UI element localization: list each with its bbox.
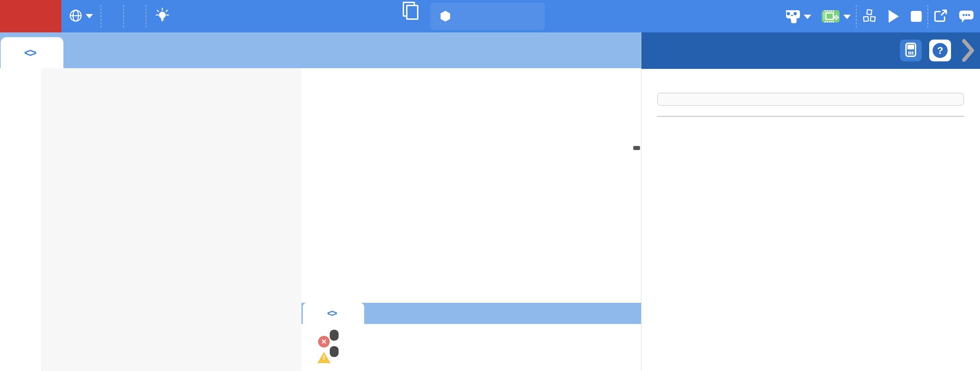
tab-errors[interactable]: <> <box>303 303 364 324</box>
toolbar-right-group <box>778 0 979 32</box>
question-mark-icon: ? <box>932 43 948 58</box>
command-signature <box>657 93 964 106</box>
chevron-down-icon <box>843 15 851 19</box>
stop-button[interactable] <box>905 6 928 27</box>
controller-icon <box>783 10 800 25</box>
brain-icon <box>821 9 840 25</box>
code-brackets-icon: <> <box>24 46 36 59</box>
errors-panel: <> ✕ ! <box>301 303 641 371</box>
category-sidebar <box>0 68 41 371</box>
toolbar-divider <box>100 5 101 28</box>
build-cubes-icon <box>862 8 877 25</box>
play-icon <box>888 9 900 25</box>
hexagon-icon <box>441 11 450 22</box>
build-button[interactable] <box>857 6 883 27</box>
tutorials-button[interactable] <box>146 8 178 25</box>
slot-icon <box>402 2 419 20</box>
code-tab-strip: <> <box>0 32 641 68</box>
run-button[interactable] <box>883 6 905 27</box>
help-panel: ? <box>641 32 980 371</box>
code-brackets-icon: <> <box>327 308 336 319</box>
errors-content: ✕ ! <box>301 324 641 371</box>
command-list <box>41 68 301 371</box>
tab-code[interactable]: <> <box>1 37 64 68</box>
section-divider <box>657 116 964 116</box>
code-editor[interactable] <box>301 68 641 303</box>
warning-count-badge <box>329 345 340 358</box>
editor-scrollbar-thumb[interactable] <box>633 146 640 150</box>
help-question-toggle-button[interactable]: ? <box>929 40 951 61</box>
globe-icon <box>69 9 83 24</box>
help-header: ? <box>641 32 980 69</box>
error-x-icon: ✕ <box>318 336 330 347</box>
share-icon <box>933 9 948 25</box>
feedback-bubble-icon <box>959 9 974 25</box>
stop-square-icon <box>910 10 923 24</box>
brain-device-icon <box>904 42 917 59</box>
project-name-button[interactable] <box>430 2 545 30</box>
help-content <box>641 69 980 371</box>
error-count-badge <box>329 329 340 342</box>
language-menu-button[interactable] <box>61 9 100 24</box>
top-toolbar <box>0 0 980 32</box>
lightbulb-icon <box>155 8 169 24</box>
feedback-button[interactable] <box>953 6 979 27</box>
collapse-panel-chevron[interactable] <box>961 38 975 64</box>
share-button[interactable] <box>928 6 953 27</box>
brain-button[interactable] <box>816 6 856 27</box>
slot-button[interactable] <box>399 2 422 21</box>
chevron-down-icon <box>86 14 93 18</box>
brain-help-toggle-button[interactable] <box>900 40 922 61</box>
chevron-down-icon <box>804 15 811 19</box>
errors-tab-bar: <> <box>301 303 641 324</box>
controller-button[interactable] <box>778 6 816 27</box>
exp-logo <box>0 0 61 32</box>
toolbar-divider <box>123 5 124 28</box>
